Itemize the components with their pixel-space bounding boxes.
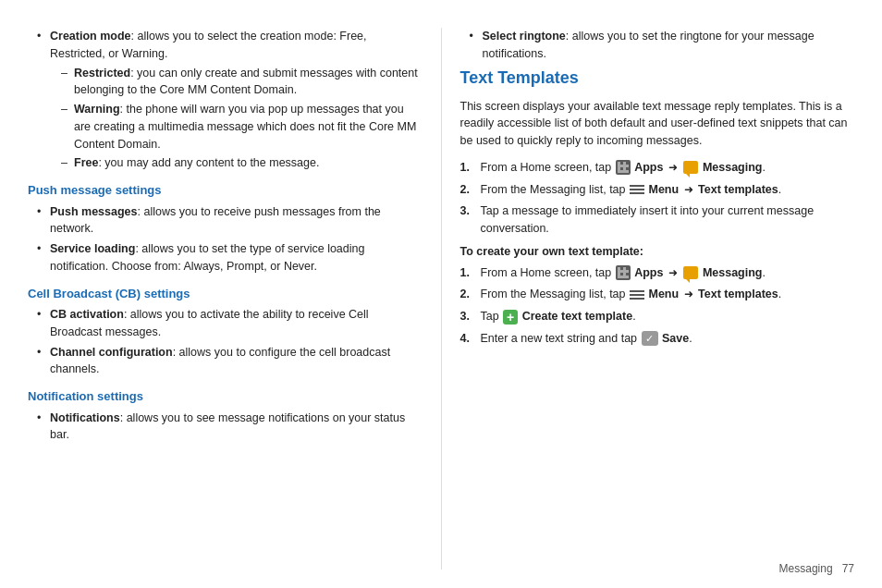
messaging-icon-1	[683, 161, 698, 174]
notification-list: Notifications: allows you to see message…	[28, 410, 423, 445]
apps-label-1: Apps	[634, 161, 663, 174]
step2-2-num: 2.	[460, 286, 475, 303]
step2-3-content: Tap + Create text template.	[481, 308, 636, 325]
apps-grid-icon-2	[616, 265, 631, 280]
warning-item: Warning: the phone will warn you via pop…	[61, 101, 423, 153]
arrow-1: ➜	[668, 161, 678, 174]
page-number: 77	[842, 562, 854, 575]
text-templates-label-1: Text templates	[698, 183, 778, 196]
step2-num: 2.	[460, 181, 475, 199]
creation-mode-item: Creation mode: allows you to select the …	[37, 28, 423, 172]
step2-1-num: 1.	[460, 264, 475, 282]
step2-4-content: Enter a new text string and tap ✓ Save.	[481, 330, 692, 348]
step2-4-item: 4. Enter a new text string and tap ✓ Sav…	[460, 330, 855, 348]
step3-item: 3. Tap a message to immediately insert i…	[460, 202, 855, 238]
step2-4-num: 4.	[460, 330, 475, 348]
menu-icon-1	[630, 183, 644, 196]
apps-grid-icon-1	[616, 160, 631, 175]
step1-num: 1.	[460, 159, 475, 177]
free-item: Free: you may add any content to the mes…	[61, 154, 423, 172]
menu-icon-2	[630, 288, 644, 301]
cell-broadcast-heading: Cell Broadcast (CB) settings	[28, 285, 423, 303]
menu-label-1: Menu	[648, 183, 679, 196]
save-label: Save	[662, 332, 689, 345]
step3-content: Tap a message to immediately insert it i…	[481, 202, 855, 238]
step2-1-item: 1. From a Home screen, tap Apps ➜ Messag…	[460, 264, 855, 282]
step2-item: 2. From the Messaging list, tap Menu ➜ T…	[460, 181, 855, 199]
step2-3-item: 3. Tap + Create text template.	[460, 308, 855, 325]
step2-2-item: 2. From the Messaging list, tap Menu ➜ T…	[460, 286, 855, 303]
step1-content: From a Home screen, tap Apps ➜ Messaging…	[481, 159, 766, 177]
restricted-item: Restricted: you can only create and subm…	[61, 65, 423, 100]
creation-mode-sub-list: Restricted: you can only create and subm…	[50, 65, 423, 173]
service-loading-item: Service loading: allows you to set the t…	[37, 240, 423, 276]
arrow-4: ➜	[684, 288, 693, 300]
check-icon: ✓	[642, 331, 658, 346]
creation-mode-bold: Creation mode: allows you to select the …	[50, 30, 367, 60]
steps-list-1: 1. From a Home screen, tap Apps ➜ Messag…	[460, 159, 855, 238]
messaging-icon-2	[683, 266, 698, 279]
messaging-label-1: Messaging	[703, 161, 763, 174]
push-message-heading: Push message settings	[28, 181, 423, 200]
apps-label-2: Apps	[634, 266, 663, 279]
step2-content: From the Messaging list, tap Menu ➜ Text…	[481, 181, 782, 199]
create-template-label: Create text template	[522, 310, 633, 323]
cell-broadcast-list: CB activation: allows you to activate th…	[28, 306, 423, 378]
push-message-list: Push messages: allows you to receive pus…	[28, 203, 423, 276]
notification-settings-heading: Notification settings	[28, 387, 423, 406]
intro-bullet-list: Creation mode: allows you to select the …	[28, 28, 423, 172]
push-messages-item: Push messages: allows you to receive pus…	[37, 203, 423, 239]
channel-config-item: Channel configuration: allows you to con…	[37, 344, 423, 379]
menu-label-2: Menu	[648, 288, 679, 300]
messaging-label-2: Messaging	[703, 266, 763, 279]
right-column: Select ringtone: allows you to set the r…	[441, 28, 855, 570]
page-footer: Messaging 77	[779, 562, 854, 575]
footer-label: Messaging	[779, 562, 833, 575]
cb-activation-item: CB activation: allows you to activate th…	[37, 306, 423, 341]
step1-item: 1. From a Home screen, tap Apps ➜ Messag…	[460, 159, 855, 177]
step2-2-content: From the Messaging list, tap Menu ➜ Text…	[481, 286, 782, 303]
arrow-2: ➜	[684, 183, 693, 196]
notifications-item: Notifications: allows you to see message…	[37, 410, 423, 445]
step2-1-content: From a Home screen, tap Apps ➜ Messaging…	[481, 264, 766, 282]
steps-list-2: 1. From a Home screen, tap Apps ➜ Messag…	[460, 264, 855, 348]
arrow-3: ➜	[668, 266, 678, 279]
step2-3-num: 3.	[460, 308, 475, 325]
ringtone-list: Select ringtone: allows you to set the r…	[460, 28, 855, 63]
step3-num: 3.	[460, 202, 475, 220]
text-templates-title: Text Templates	[460, 66, 855, 91]
left-column: Creation mode: allows you to select the …	[28, 28, 441, 570]
intro-paragraph: This screen displays your available text…	[460, 98, 855, 150]
text-templates-label-2: Text templates	[698, 288, 778, 300]
create-heading: To create your own text template:	[460, 243, 855, 261]
plus-icon: +	[503, 310, 518, 325]
select-ringtone-item: Select ringtone: allows you to set the r…	[470, 28, 855, 63]
